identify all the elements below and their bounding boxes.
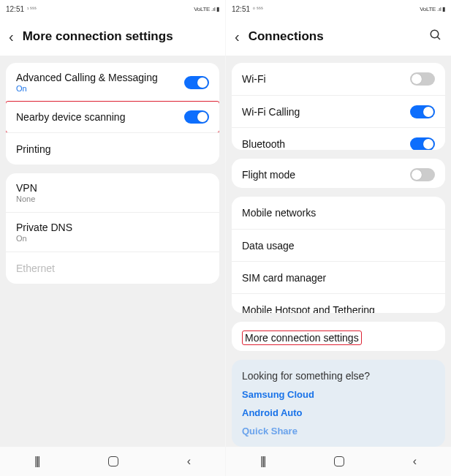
setting-row[interactable]: Advanced Calling & MessagingOn (6, 63, 219, 102)
nav-home-icon[interactable] (334, 456, 344, 466)
setting-row[interactable]: Wi-Fi (232, 63, 445, 95)
nav-back-icon[interactable]: ‹ (187, 455, 191, 468)
toggle-switch[interactable] (410, 105, 435, 118)
setting-row[interactable]: Private DNSOn (6, 212, 219, 252)
footer-link[interactable]: Quick Share (242, 426, 435, 437)
section-wifi-bt: Wi-FiWi-Fi CallingBluetooth (232, 63, 445, 150)
row-label: Advanced Calling & Messaging (16, 72, 158, 83)
nav-home-icon[interactable] (108, 456, 118, 466)
nav-back-icon[interactable]: ‹ (413, 455, 417, 468)
row-label: SIM card manager (242, 272, 326, 284)
setting-row[interactable]: Flight mode (232, 159, 445, 188)
status-bar: 12:51 ¹ ⁵⁵⁵ VoLTE .ıl ▮ (0, 0, 225, 18)
page-title: Connections (249, 29, 420, 44)
setting-row[interactable]: VPNNone (6, 173, 219, 212)
row-label: Printing (16, 143, 50, 155)
back-icon[interactable]: ‹ (235, 29, 240, 44)
toggle-switch[interactable] (184, 76, 209, 89)
row-label: Ethernet (16, 262, 55, 274)
toggle-switch[interactable] (410, 137, 435, 151)
status-time: 12:51 (232, 5, 250, 13)
content-area: Wi-FiWi-Fi CallingBluetooth Flight mode … (226, 63, 451, 447)
status-indicators: VoLTE .ıl ▮ (420, 6, 445, 12)
setting-row[interactable]: Data usage (232, 229, 445, 261)
nav-recent-icon[interactable]: ||| (34, 455, 39, 468)
toggle-switch[interactable] (410, 72, 435, 86)
setting-row[interactable]: More connection settings (232, 322, 445, 351)
setting-row[interactable]: Printing (6, 132, 219, 165)
back-icon[interactable]: ‹ (9, 29, 14, 44)
status-time: 12:51 (6, 5, 24, 13)
setting-row[interactable]: Wi-Fi Calling (232, 95, 445, 127)
footer-section: Looking for something else? Samsung Clou… (232, 360, 445, 447)
screen-more-connection-settings: 12:51 ¹ ⁵⁵⁵ VoLTE .ıl ▮ ‹ More connectio… (0, 0, 225, 476)
row-label: Nearby device scanning (16, 111, 125, 123)
title-bar: ‹ More connection settings (0, 18, 225, 56)
search-icon[interactable] (429, 29, 442, 45)
section-group-1: Advanced Calling & MessagingOnNearby dev… (6, 63, 219, 165)
screen-connections: 12:51 ⁰ ⁵⁵⁵ VoLTE .ıl ▮ ‹ Connections Wi… (226, 0, 451, 476)
row-label: Private DNS (16, 222, 72, 233)
footer-title: Looking for something else? (242, 370, 435, 382)
setting-row[interactable]: Mobile Hotspot and Tethering (232, 293, 445, 313)
status-extras: ¹ ⁵⁵⁵ (27, 7, 37, 12)
content-area: Advanced Calling & MessagingOnNearby dev… (0, 63, 225, 447)
nav-recent-icon[interactable]: ||| (260, 455, 265, 468)
row-label: Data usage (242, 240, 295, 252)
status-extras: ⁰ ⁵⁵⁵ (253, 7, 263, 12)
nav-bar: ||| ‹ (226, 447, 451, 476)
row-label: Mobile networks (242, 207, 316, 219)
svg-line-1 (437, 37, 440, 39)
section-more: More connection settings (232, 322, 445, 351)
row-sublabel: None (16, 194, 37, 203)
row-label: Wi-Fi (242, 73, 266, 85)
row-label: Bluetooth (242, 138, 285, 150)
setting-row[interactable]: Ethernet (6, 252, 219, 284)
toggle-switch[interactable] (184, 110, 209, 124)
setting-row[interactable]: Nearby device scanning (6, 101, 219, 133)
status-bar: 12:51 ⁰ ⁵⁵⁵ VoLTE .ıl ▮ (226, 0, 451, 18)
section-group-2: VPNNonePrivate DNSOnEthernet (6, 173, 219, 284)
row-sublabel: On (16, 234, 72, 243)
nav-bar: ||| ‹ (0, 447, 225, 476)
row-label: VPN (16, 182, 37, 194)
footer-link[interactable]: Samsung Cloud (242, 389, 435, 400)
setting-row[interactable]: SIM card manager (232, 261, 445, 293)
svg-point-0 (431, 30, 439, 38)
row-label: Flight mode (242, 169, 295, 181)
footer-link[interactable]: Android Auto (242, 407, 435, 418)
row-label: Mobile Hotspot and Tethering (242, 304, 375, 314)
setting-row[interactable]: Mobile networks (232, 197, 445, 229)
row-label: Wi-Fi Calling (242, 106, 300, 118)
section-mobile: Mobile networksData usageSIM card manage… (232, 197, 445, 313)
section-flight-mode: Flight mode (232, 159, 445, 188)
page-title: More connection settings (23, 29, 216, 44)
toggle-switch[interactable] (410, 168, 435, 181)
setting-row[interactable]: Bluetooth (232, 127, 445, 150)
row-label: More connection settings (242, 330, 362, 345)
status-indicators: VoLTE .ıl ▮ (194, 6, 219, 12)
title-bar: ‹ Connections (226, 18, 451, 56)
row-sublabel: On (16, 84, 158, 93)
